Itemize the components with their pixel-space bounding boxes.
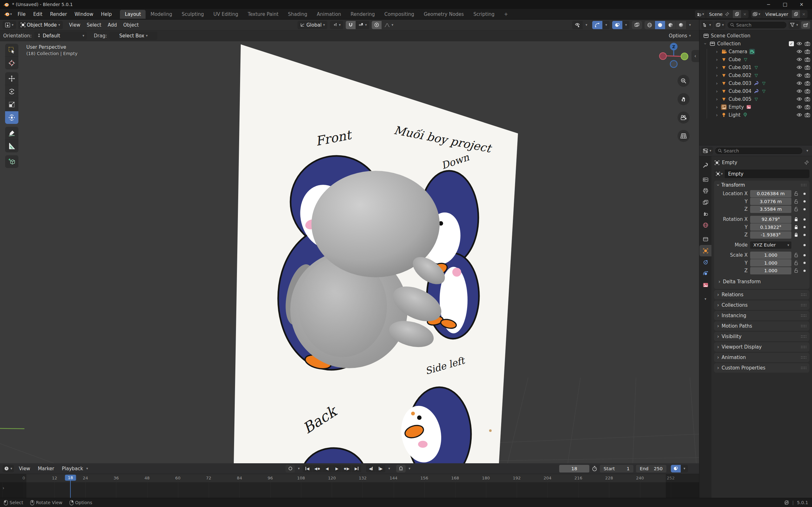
window-control-button[interactable]: × (798, 2, 806, 7)
disable-in-render-camera-icon[interactable] (805, 49, 810, 54)
loop-dropdown[interactable]: ▾ (407, 465, 412, 472)
snap-toggle[interactable] (346, 21, 356, 29)
collapsed-panel[interactable]: › Custom Properties (714, 363, 809, 373)
viewport-menu-item[interactable]: View (66, 21, 84, 29)
breadcrumb-object-name[interactable]: Empty (722, 160, 737, 165)
outliner-filter-button[interactable]: ▾ (789, 21, 800, 29)
timeline-track[interactable] (0, 482, 699, 498)
outliner-item-name[interactable]: Collection (717, 41, 741, 47)
loop-playback-button[interactable] (396, 465, 406, 472)
hide-in-viewport-eye-icon[interactable] (797, 105, 802, 109)
jump-to-end-button[interactable]: ▶ (352, 465, 361, 472)
xray-toggle[interactable] (632, 21, 642, 29)
tool-scale-button[interactable] (5, 98, 18, 111)
proportional-falloff-dropdown[interactable]: ▾ (382, 21, 396, 29)
viewport-menu-item[interactable]: Add (104, 21, 120, 29)
disable-in-render-camera-icon[interactable] (805, 73, 810, 78)
viewport-menu-item[interactable]: Object (120, 21, 142, 29)
outliner-item-name[interactable]: Cube.004 (728, 89, 751, 94)
use-preview-range-stopwatch-button[interactable] (592, 466, 597, 471)
lock-toggle[interactable] (792, 252, 801, 258)
lock-toggle[interactable] (792, 199, 801, 204)
expander-icon[interactable]: › (715, 89, 719, 94)
timeline-menu-item[interactable]: View (15, 464, 34, 473)
expander-icon[interactable]: › (715, 49, 719, 54)
lock-toggle[interactable] (792, 207, 801, 212)
expander-icon[interactable]: › (703, 42, 708, 46)
navigation-axis-gizmo[interactable]: Z (658, 41, 690, 72)
collection-checkbox[interactable]: ✓ (789, 41, 794, 46)
panel-grip[interactable] (801, 183, 806, 187)
track-expander-icon[interactable]: › (3, 486, 4, 491)
collapsed-panel[interactable]: › Motion Paths (714, 321, 809, 331)
browse-scene-button[interactable]: ▾ (695, 10, 706, 18)
outliner-row[interactable]: › ▼ Cube.005 ▽ (699, 95, 812, 103)
end-frame-field[interactable]: End250 (636, 465, 666, 472)
overlays-dropdown[interactable]: ▾ (623, 21, 629, 29)
play-reverse-button[interactable]: ◀ (322, 465, 332, 472)
show-object-types-dropdown[interactable]: ▾ (583, 21, 590, 29)
modifier-wrench-icon[interactable] (753, 89, 759, 94)
shading-solid-button[interactable] (655, 21, 665, 29)
next-keyframe-button[interactable]: ◆▶ (342, 465, 351, 472)
transform-value-field[interactable]: 1.000 ▾ (750, 259, 792, 267)
tool-select-box-button[interactable] (5, 44, 18, 57)
outliner-row[interactable]: › ▼ Scene Collection ▽ (699, 32, 812, 40)
hide-in-viewport-eye-icon[interactable] (797, 65, 802, 69)
keying-dropdown[interactable]: ▾ (296, 465, 302, 472)
lock-toggle[interactable] (792, 191, 801, 196)
show-object-types-button[interactable] (572, 21, 583, 29)
workspace-tab[interactable]: Animation (312, 10, 346, 19)
panel-grip[interactable] (801, 345, 806, 349)
transform-value-field[interactable]: 3.5584 m ▾ (750, 206, 792, 213)
object-id-type-button[interactable]: ▾ (714, 170, 725, 178)
sidebar-toggle-tab[interactable]: ‹ (692, 50, 699, 62)
disable-in-render-camera-icon[interactable] (805, 42, 810, 46)
camera-view-button[interactable] (677, 112, 690, 124)
panel-grip[interactable] (801, 325, 806, 328)
hide-in-viewport-eye-icon[interactable] (797, 49, 802, 54)
workspace-tab[interactable]: Rendering (346, 10, 380, 19)
outliner-row[interactable]: › ▼ Cube ▽ (699, 55, 812, 63)
mesh-data-icon[interactable]: ▽ (761, 80, 767, 86)
properties-search-input[interactable]: Search (715, 147, 803, 155)
tab-object-data[interactable] (699, 279, 711, 291)
window-control-button[interactable]: □ (781, 2, 789, 7)
proportional-editing-toggle[interactable] (372, 21, 382, 29)
tab-render[interactable] (699, 174, 711, 185)
shading-material-button[interactable] (665, 21, 676, 29)
outliner-editor-type-button[interactable]: ▾ (701, 21, 713, 29)
disable-in-render-camera-icon[interactable] (805, 57, 810, 62)
pin-icon[interactable] (725, 12, 729, 16)
outliner-search-input[interactable]: Search (727, 21, 787, 29)
modifier-wrench-icon[interactable] (753, 80, 759, 86)
snap-settings-dropdown[interactable]: ▾ (356, 21, 369, 29)
camera-data-icon[interactable] (749, 49, 755, 55)
panel-grip[interactable] (801, 335, 806, 338)
orientation-value-dropdown[interactable]: Default ▾ (34, 32, 87, 40)
outliner-row[interactable]: › ▼ Camera ▽ (699, 48, 812, 55)
pan-hand-button[interactable] (677, 93, 690, 105)
expander-icon[interactable]: › (715, 57, 719, 62)
workspace-tab[interactable]: Scripting (468, 10, 499, 19)
menu-item[interactable]: File (14, 10, 30, 18)
timeline-editor-type-button[interactable]: ▾ (3, 465, 14, 472)
panel-grip[interactable] (801, 366, 806, 370)
options-button[interactable]: Options ▾ (669, 33, 691, 39)
app-menu-button[interactable]: ▾ (2, 11, 14, 17)
transform-value-field[interactable]: 1.000 ▾ (750, 267, 792, 274)
sync-dropdown[interactable]: ▾ (681, 465, 688, 472)
viewport-scene[interactable]: Muối boy project Front Down Back Side le… (0, 20, 699, 463)
outliner-item-name[interactable]: Empty (728, 104, 744, 110)
lock-toggle[interactable] (792, 268, 801, 273)
transform-value-field[interactable]: 3.0776 m ▾ (750, 198, 792, 205)
hide-in-viewport-eye-icon[interactable] (797, 73, 802, 77)
animate-property-dot[interactable] (803, 226, 806, 228)
tab-tool[interactable] (699, 159, 711, 171)
current-frame-field[interactable]: 18 (559, 465, 589, 472)
previous-keyframe-button[interactable]: ◀◆ (312, 465, 322, 472)
collapsed-panel[interactable]: › Collections (714, 300, 809, 310)
editor-type-button[interactable]: ▾ (3, 21, 16, 29)
playhead-line[interactable] (70, 480, 71, 498)
animate-property-dot[interactable] (803, 270, 806, 272)
